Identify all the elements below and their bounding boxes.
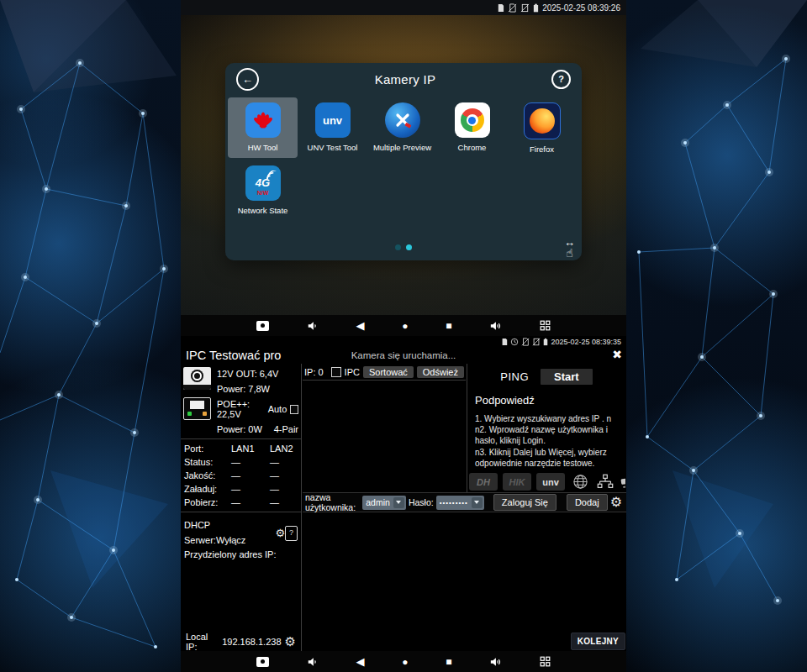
screenshot-icon[interactable]: [256, 321, 269, 331]
dialog-header: ← Kamery IP ?: [225, 63, 582, 95]
add-button[interactable]: Dodaj: [567, 494, 608, 511]
volume-down-icon[interactable]: [307, 656, 319, 668]
refresh-button[interactable]: Odśwież: [417, 366, 464, 378]
app-label: HW Tool: [248, 143, 278, 152]
ipc-checkbox[interactable]: [331, 367, 341, 377]
divider: [181, 512, 301, 512]
no-sd-icon: [521, 338, 530, 346]
volume-up-icon[interactable]: [489, 320, 502, 332]
table-cell: Port:: [184, 444, 231, 454]
dhcp-settings-gear-icon[interactable]: ⚙: [276, 528, 286, 538]
page-dot-inactive: [395, 244, 401, 250]
recents-nav-icon[interactable]: ■: [446, 657, 451, 667]
dialog-title: Kamery IP: [259, 72, 551, 87]
battery-icon: [533, 3, 539, 13]
app-label: Chrome: [458, 143, 487, 152]
back-nav-icon[interactable]: ◀: [356, 656, 365, 667]
4g-network-icon: 4G N/W: [245, 165, 281, 201]
clock-text: 2025-02-25 08:39:35: [551, 338, 621, 346]
report-icon[interactable]: ?: [285, 526, 298, 541]
app-hw-tool[interactable]: HW Tool: [228, 97, 298, 158]
volume-up-icon[interactable]: [489, 656, 502, 668]
table-cell: —: [270, 457, 302, 467]
volume-down-icon[interactable]: [307, 320, 319, 332]
dc-12v-out-icon: [183, 367, 211, 390]
table-cell: LAN1: [231, 444, 270, 454]
dhcp-server-label: DHCP Serwer:Wyłącz: [184, 518, 273, 548]
ipc-label: IPC: [345, 367, 360, 377]
table-cell: Status:: [184, 457, 231, 467]
app-label: UNV Test Tool: [308, 143, 358, 152]
kamery-ip-dialog: ← Kamery IP ?: [225, 63, 582, 260]
screenshot-root: 2025-02-25 08:39:26 ← Kamery IP ?: [0, 0, 807, 672]
assigned-ip-label: Przydzielony adres IP:: [184, 548, 298, 563]
close-icon[interactable]: ✖: [612, 348, 622, 361]
app-grid-icon[interactable]: [540, 656, 551, 667]
auto-label: Auto: [268, 404, 287, 414]
chevron-down-icon: [472, 497, 483, 508]
app-grid-row-1: HW Tool unv UNV Test Tool: [225, 95, 582, 158]
brand-hikvision[interactable]: HIK: [503, 473, 531, 491]
home-nav-icon[interactable]: ●: [402, 321, 408, 331]
back-nav-icon[interactable]: ◀: [356, 320, 365, 331]
password-select[interactable]: •••••••••: [436, 496, 484, 510]
sd-card-icon: [497, 3, 504, 13]
report-glyph: ?: [289, 527, 293, 538]
app-multiple-preview[interactable]: Multiple Preview: [367, 97, 437, 158]
password-value: •••••••••: [436, 499, 472, 507]
ping-start-button[interactable]: Start: [541, 369, 593, 385]
sort-button[interactable]: Sortować: [363, 366, 414, 378]
table-cell: —: [270, 484, 302, 494]
app-grid-icon[interactable]: [540, 320, 551, 331]
dc-output-row: 12V OUT: 6,4V Power: 7,8W: [181, 364, 301, 394]
local-ip-label: Local IP:: [186, 632, 208, 652]
no-sim-icon: [532, 338, 541, 346]
table-cell: —: [231, 484, 270, 494]
username-select[interactable]: admin: [362, 496, 406, 510]
table-cell: —: [231, 497, 270, 507]
login-button[interactable]: Zaloguj Się: [493, 494, 556, 511]
app-chrome[interactable]: Chrome: [437, 97, 507, 158]
app-network-state[interactable]: 4G N/W Network State: [228, 160, 298, 221]
table-cell: Załaduj:: [184, 484, 231, 494]
swipe-gesture-icon: ↔ ☝: [564, 237, 575, 259]
ip-settings-gear-icon[interactable]: ⚙: [285, 635, 296, 648]
nav-bar-bottom: ◀ ● ■: [181, 651, 626, 672]
poe-row: POE++: 22,5V Auto Power: 0W 4-Pair: [181, 394, 301, 434]
back-button[interactable]: ←: [236, 68, 259, 91]
app-label: Multiple Preview: [373, 143, 431, 152]
login-settings-gear-icon[interactable]: ⚙: [610, 496, 622, 509]
table-cell: —: [231, 457, 270, 467]
tester-device-screen: 2025-02-25 08:39:26 ← Kamery IP ?: [181, 0, 626, 672]
help-icon: ?: [558, 75, 564, 84]
table-cell: —: [270, 497, 302, 507]
help-button[interactable]: ?: [551, 70, 571, 89]
unv-logo-icon: unv: [315, 102, 351, 138]
app-unv-test-tool[interactable]: unv UNV Test Tool: [298, 97, 367, 158]
home-nav-icon[interactable]: ●: [402, 657, 408, 667]
brand-uniview[interactable]: unv: [536, 473, 565, 491]
table-cell: —: [231, 470, 270, 480]
screenshot-icon[interactable]: [256, 657, 269, 667]
next-button[interactable]: KOLEJNY: [571, 633, 625, 650]
auto-checkbox[interactable]: [290, 405, 298, 414]
power-status-panel: 12V OUT: 6,4V Power: 7,8W POE++: 22,5V A…: [181, 364, 302, 651]
divider: [181, 438, 301, 439]
cctv-camera-icon[interactable]: [620, 473, 625, 491]
status-bar-app: 2025-02-25 08:39:35: [181, 336, 626, 347]
recents-nav-icon[interactable]: ■: [446, 321, 451, 331]
nw-text: N/W: [257, 190, 269, 196]
hint-body: 1. Wybierz wyszukiwany adres IP . n n2. …: [475, 413, 620, 469]
network-topology-icon[interactable]: [595, 473, 615, 491]
local-ip-value: 192.168.1.238: [222, 637, 281, 647]
app-firefox[interactable]: Firefox: [507, 97, 577, 158]
brand-dahua[interactable]: DH: [469, 473, 498, 491]
sd-card-icon: [501, 338, 508, 346]
no-sim-icon: [520, 3, 530, 13]
back-icon: ←: [242, 74, 253, 85]
no-sd-icon: [508, 3, 517, 13]
android-home-screen: ← Kamery IP ?: [181, 15, 626, 315]
pair-label: 4-Pair: [274, 424, 298, 434]
table-cell: LAN2: [270, 444, 302, 454]
onvif-globe-icon[interactable]: [570, 473, 590, 491]
